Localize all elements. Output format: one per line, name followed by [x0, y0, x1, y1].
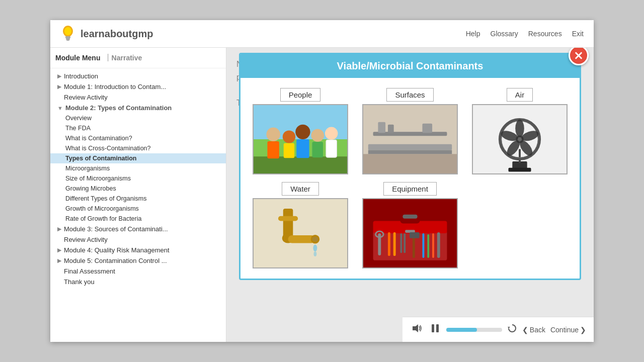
sidebar-item-types-cont[interactable]: Types of Contamination [50, 153, 226, 163]
svg-rect-61 [410, 232, 420, 238]
sidebar-item-module2[interactable]: ▼ Module 2: Types of Contamination [50, 103, 226, 113]
svg-rect-65 [437, 232, 440, 258]
modal-body: People [240, 78, 580, 279]
sidebar-item-cross-cont[interactable]: What is Cross-Contamination? [50, 143, 226, 153]
help-link[interactable]: Help [466, 30, 480, 38]
contaminant-surfaces[interactable]: Surfaces [360, 88, 460, 174]
sidebar-item-module5[interactable]: ▶ Module 5: Contamination Control ... [50, 255, 226, 266]
svg-marker-66 [413, 324, 418, 332]
svg-rect-59 [404, 233, 406, 253]
volume-icon [412, 324, 422, 333]
sidebar-item-thankyou[interactable]: Thank you [50, 277, 226, 287]
modal-overlay: Viable/Microbial Contaminants People [226, 48, 594, 312]
sidebar-item-diff-types[interactable]: Different Types of Organisms [50, 194, 226, 204]
svg-rect-62 [422, 233, 424, 258]
equipment-svg [363, 198, 457, 268]
sidebar-item-module3[interactable]: ▶ Module 3: Sources of Contaminati... [50, 224, 226, 234]
svg-rect-3 [66, 38, 70, 40]
svg-point-16 [325, 127, 338, 140]
top-bar: learnaboutgmp Help Glossary Resources Ex… [50, 20, 594, 48]
progress-fill [446, 328, 477, 332]
svg-rect-57 [393, 232, 396, 256]
svg-rect-28 [508, 168, 531, 172]
tab-module-menu[interactable]: Module Menu [55, 53, 104, 63]
svg-rect-22 [388, 125, 394, 133]
water-label: Water [282, 182, 318, 196]
sidebar-item-rate-growth[interactable]: Rate of Growth for Bacteria [50, 214, 226, 224]
volume-button[interactable] [410, 322, 424, 337]
glossary-link[interactable]: Glossary [491, 30, 518, 38]
pause-button[interactable] [429, 322, 441, 337]
sidebar-item-size-micro[interactable]: Size of Microorganisms [50, 173, 226, 184]
exit-link[interactable]: Exit [572, 30, 584, 38]
back-arrow-icon: ❮ [522, 326, 528, 334]
sidebar-item-microorganisms[interactable]: Microorganisms [50, 163, 226, 173]
close-button[interactable] [569, 48, 589, 65]
air-label: Air [507, 88, 533, 102]
water-image [253, 198, 348, 268]
surfaces-label: Surfaces [386, 88, 433, 102]
svg-rect-52 [403, 215, 417, 219]
sidebar-item-review1[interactable]: Review Activity [50, 92, 226, 103]
svg-rect-60 [413, 236, 415, 258]
svg-rect-11 [284, 143, 295, 158]
svg-rect-17 [326, 140, 337, 157]
svg-rect-2 [65, 36, 70, 38]
svg-marker-69 [508, 327, 510, 328]
refresh-icon [507, 323, 517, 333]
sidebar-tabs: Module Menu | Narrative [50, 53, 226, 68]
svg-rect-68 [436, 324, 439, 332]
resources-link[interactable]: Resources [528, 30, 562, 38]
svg-point-10 [283, 130, 295, 143]
sidebar-item-growing-microbes[interactable]: Growing Microbes [50, 184, 226, 194]
tab-narrative[interactable]: Narrative [112, 53, 146, 63]
sidebar-item-final[interactable]: Final Assessment [50, 266, 226, 277]
progress-bar[interactable] [446, 328, 502, 332]
logo-icon [60, 24, 75, 43]
sidebar-item-introduction[interactable]: ▶ Introduction [50, 71, 226, 81]
surfaces-svg [363, 104, 457, 174]
sidebar-item-module1[interactable]: ▶ Module 1: Introduction to Contam... [50, 81, 226, 92]
contaminant-people[interactable]: People [251, 88, 350, 174]
main-frame: learnaboutgmp Help Glossary Resources Ex… [50, 20, 594, 342]
modal-header: Viable/Microbial Contaminants [240, 54, 580, 78]
contaminant-air[interactable]: Air [470, 88, 570, 174]
content-panel: Now we'll look at the different types of… [226, 48, 594, 342]
main-area: Module Menu | Narrative ▶ Introduction ▶… [50, 48, 594, 342]
back-button[interactable]: ❮ Back [522, 326, 545, 334]
continue-button[interactable]: Continue ❯ [550, 326, 586, 334]
air-svg [473, 104, 567, 174]
modal-box: Viable/Microbial Contaminants People [239, 53, 581, 280]
arrow-icon: ▶ [57, 73, 61, 79]
sidebar-item-module4[interactable]: ▶ Module 4: Quality Risk Management [50, 245, 226, 255]
arrow-icon: ▶ [57, 226, 61, 232]
contaminant-water[interactable]: Water [251, 182, 350, 268]
contaminant-equipment[interactable]: Equipment [360, 182, 460, 268]
sidebar-item-review3[interactable]: Review Activity [50, 234, 226, 245]
svg-point-46 [313, 245, 317, 252]
svg-point-33 [518, 137, 522, 141]
modal-title: Viable/Microbial Contaminants [251, 60, 570, 72]
svg-rect-64 [432, 233, 434, 258]
sidebar-item-overview[interactable]: Overview [50, 113, 226, 123]
pause-icon [431, 324, 439, 333]
surfaces-image [362, 104, 458, 174]
sidebar-item-fda[interactable]: The FDA [50, 123, 226, 133]
sidebar-item-growth-micro[interactable]: Growth of Microorganisms [50, 204, 226, 214]
arrow-icon: ▼ [57, 105, 63, 111]
svg-rect-25 [368, 150, 452, 154]
svg-rect-39 [254, 199, 347, 267]
continue-arrow-icon: ❯ [580, 326, 586, 334]
people-svg [254, 104, 347, 174]
svg-point-1 [64, 27, 71, 35]
sidebar-item-what-is[interactable]: What is Contamination? [50, 133, 226, 143]
refresh-button[interactable] [507, 323, 517, 336]
arrow-icon: ▶ [57, 247, 61, 253]
arrow-icon: ▶ [57, 83, 61, 90]
logo-text: learnaboutgmp [80, 28, 153, 40]
top-navigation: Help Glossary Resources Exit [466, 30, 584, 38]
arrow-icon: ▶ [57, 257, 61, 264]
people-image [253, 104, 348, 174]
svg-rect-19 [363, 154, 457, 173]
sidebar: Module Menu | Narrative ▶ Introduction ▶… [50, 48, 226, 342]
